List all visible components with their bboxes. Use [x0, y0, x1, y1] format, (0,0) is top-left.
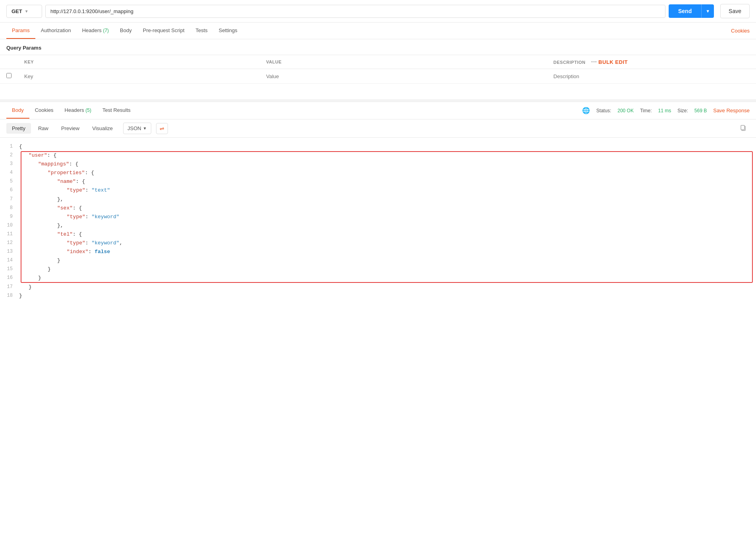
tab-params[interactable]: Params	[6, 23, 35, 39]
tab-body[interactable]: Body	[114, 23, 137, 39]
row-description[interactable]	[547, 69, 756, 84]
code-line-16: 16 }	[0, 274, 756, 282]
copy-button[interactable]	[737, 123, 750, 134]
line-num-17: 17	[0, 283, 19, 291]
code-line-8: 8 "sex": {	[0, 204, 756, 213]
line-content-6: "type": "text"	[19, 186, 756, 195]
line-content-12: "type": "keyword",	[19, 239, 756, 248]
th-description: DESCRIPTION ··· Bulk Edit	[547, 55, 756, 69]
response-tab-testresults[interactable]: Test Results	[97, 102, 136, 119]
line-num-16: 16	[0, 274, 19, 282]
row-key[interactable]	[18, 69, 260, 84]
row-checkbox-input[interactable]	[6, 73, 12, 78]
line-content-18: }	[19, 292, 756, 300]
table-row	[0, 69, 756, 84]
line-content-5: "name": {	[19, 177, 756, 186]
request-tab-bar: Params Authorization Headers (7) Body Pr…	[0, 23, 756, 39]
line-num-6: 6	[0, 186, 19, 194]
line-num-2: 2	[0, 151, 19, 159]
json-label: JSON	[127, 125, 141, 131]
save-button[interactable]: Save	[720, 4, 750, 18]
copy-icon	[740, 125, 746, 131]
code-line-9: 9 "type": "keyword"	[0, 213, 756, 221]
code-line-2: 2 "user": {	[0, 151, 756, 160]
line-content-7: },	[19, 195, 756, 204]
line-num-7: 7	[0, 195, 19, 203]
row-checkbox[interactable]	[0, 69, 18, 84]
format-preview[interactable]: Preview	[56, 123, 85, 134]
line-num-11: 11	[0, 230, 19, 238]
code-line-17: 17 }	[0, 283, 756, 292]
resp-headers-badge: (5)	[85, 108, 91, 113]
code-line-1: 1 {	[0, 142, 756, 151]
response-tab-headers[interactable]: Headers (5)	[59, 102, 97, 119]
key-input[interactable]	[24, 73, 253, 79]
response-tab-cookies[interactable]: Cookies	[29, 102, 59, 119]
value-input[interactable]	[266, 73, 541, 79]
body-toolbar: Pretty Raw Preview Visualize JSON ▼ ⇌	[0, 119, 756, 138]
send-dropdown-button[interactable]: ▼	[701, 4, 714, 18]
query-params-title: Query Params	[0, 39, 756, 55]
code-line-18: 18 }	[0, 292, 756, 300]
tab-tests[interactable]: Tests	[190, 23, 213, 39]
format-visualize[interactable]: Visualize	[87, 123, 118, 134]
bulk-link[interactable]: Bulk Edit	[598, 59, 628, 65]
code-line-5: 5 "name": {	[0, 177, 756, 186]
format-raw[interactable]: Raw	[33, 123, 54, 134]
globe-icon: 🌐	[582, 107, 590, 114]
code-line-12: 12 "type": "keyword",	[0, 239, 756, 248]
bulk-edit-icon[interactable]: ···	[591, 58, 597, 65]
line-content-17: }	[19, 283, 756, 292]
json-format-select[interactable]: JSON ▼	[123, 123, 151, 134]
size-value: 569 B	[694, 108, 707, 113]
line-num-15: 15	[0, 265, 19, 273]
params-table: KEY VALUE DESCRIPTION ··· Bulk Edit	[0, 55, 756, 84]
line-content-9: "type": "keyword"	[19, 213, 756, 221]
line-content-14: }	[19, 256, 756, 265]
save-response-link[interactable]: Save Response	[713, 108, 750, 113]
code-line-10: 10 },	[0, 221, 756, 230]
tab-settings[interactable]: Settings	[213, 23, 243, 39]
line-num-9: 9	[0, 213, 19, 221]
wrap-button[interactable]: ⇌	[156, 123, 168, 134]
response-body: 1 { 2 "user": { 3 "mappings": { 4 "prope…	[0, 138, 756, 305]
status-label: Status:	[596, 108, 611, 113]
line-num-8: 8	[0, 204, 19, 212]
line-num-13: 13	[0, 248, 19, 255]
method-select[interactable]: GET ▼	[6, 5, 42, 18]
line-content-10: },	[19, 221, 756, 230]
th-key: KEY	[18, 55, 260, 69]
format-pretty[interactable]: Pretty	[6, 123, 31, 134]
line-num-5: 5	[0, 177, 19, 185]
time-label: Time:	[640, 108, 652, 113]
response-status-bar: 🌐 Status: 200 OK Time: 11 ms Size: 569 B…	[582, 102, 750, 119]
line-content-11: "tel": {	[19, 230, 756, 239]
line-num-3: 3	[0, 160, 19, 168]
code-line-11: 11 "tel": {	[0, 230, 756, 239]
line-content-16: }	[19, 274, 756, 282]
send-button[interactable]: Send	[669, 4, 701, 18]
row-value[interactable]	[260, 69, 547, 84]
code-line-14: 14 }	[0, 256, 756, 265]
th-checkbox	[0, 55, 18, 69]
desc-input[interactable]	[554, 73, 750, 79]
line-num-1: 1	[0, 142, 19, 150]
tab-prerequest[interactable]: Pre-request Script	[137, 23, 190, 39]
code-line-7: 7 },	[0, 195, 756, 204]
headers-badge: (7)	[103, 28, 109, 33]
tab-headers[interactable]: Headers (7)	[77, 23, 114, 39]
highlight-wrapper: 2 "user": { 3 "mappings": { 4 "propertie…	[0, 151, 756, 282]
line-content-4: "properties": {	[19, 169, 756, 177]
code-line-3: 3 "mappings": {	[0, 160, 756, 169]
method-label: GET	[12, 8, 22, 14]
line-content-8: "sex": {	[19, 204, 756, 213]
send-btn-group: Send ▼	[669, 4, 714, 18]
code-line-13: 13 "index": false	[0, 248, 756, 256]
tab-authorization[interactable]: Authorization	[35, 23, 77, 39]
cookies-link[interactable]: Cookies	[731, 23, 750, 38]
time-value: 11 ms	[658, 108, 671, 113]
code-line-15: 15 }	[0, 265, 756, 274]
line-num-10: 10	[0, 221, 19, 229]
url-input[interactable]	[45, 5, 665, 18]
response-tab-body[interactable]: Body	[6, 102, 29, 119]
